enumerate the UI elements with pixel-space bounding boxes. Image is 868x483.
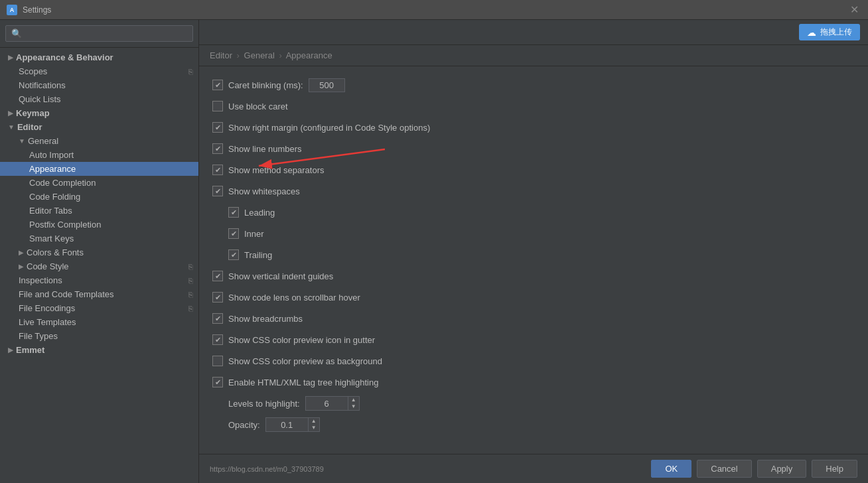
- label-enable-html-xml: Enable HTML/XML tag tree highlighting: [228, 378, 378, 387]
- checkbox-inner[interactable]: ✔: [228, 228, 239, 239]
- cancel-button[interactable]: Cancel: [697, 460, 751, 478]
- sidebar-item-scopes[interactable]: Scopes ⎘: [0, 64, 198, 78]
- sidebar-item-smart-keys[interactable]: Smart Keys: [0, 232, 198, 245]
- collapse-icon: ▼: [8, 123, 15, 131]
- sidebar-item-label: General: [28, 136, 58, 146]
- sidebar-item-file-types[interactable]: File Types: [0, 329, 198, 343]
- levels-input[interactable]: [305, 396, 348, 411]
- breadcrumb-part3: Appearance: [286, 50, 332, 60]
- app-icon: A: [7, 5, 17, 15]
- apply-button[interactable]: Apply: [757, 460, 807, 478]
- sidebar-item-colors-fonts[interactable]: ▶ Colors & Fonts: [0, 245, 198, 259]
- checkbox-show-right-margin[interactable]: ✔: [212, 122, 223, 133]
- sidebar-item-inspections[interactable]: Inspections ⎘: [0, 273, 198, 287]
- setting-caret-blinking: ✔ Caret blinking (ms):: [212, 77, 855, 93]
- sidebar-item-general[interactable]: ▼ General: [0, 134, 198, 148]
- setting-show-breadcrumbs: ✔ Show breadcrumbs: [212, 310, 855, 326]
- label-caret-blinking: Caret blinking (ms):: [228, 80, 303, 90]
- sidebar-item-keymap[interactable]: ▶ Keymap: [0, 106, 198, 120]
- sidebar-item-label: Smart Keys: [29, 234, 74, 243]
- setting-leading: ✔ Leading: [212, 204, 855, 220]
- setting-opacity: Opacity: ▲ ▼: [212, 417, 855, 433]
- opacity-input[interactable]: [265, 417, 309, 432]
- setting-show-method-separators: ✔ Show method separators: [212, 162, 855, 178]
- sidebar-item-auto-import[interactable]: Auto Import: [0, 148, 198, 162]
- label-show-method-separators: Show method separators: [228, 165, 325, 175]
- checkbox-show-line-numbers[interactable]: ✔: [212, 143, 223, 154]
- checkbox-show-vertical-indent[interactable]: ✔: [212, 271, 223, 281]
- setting-show-whitespaces: ✔ Show whitespaces: [212, 183, 855, 199]
- upload-button[interactable]: ☁ 拖拽上传: [799, 24, 860, 40]
- sidebar-item-label: Colors & Fonts: [27, 247, 84, 257]
- copy-icon: ⎘: [188, 291, 193, 299]
- checkbox-show-code-lens[interactable]: ✔: [212, 292, 223, 303]
- opacity-spin-down[interactable]: ▼: [309, 425, 319, 431]
- checkbox-leading[interactable]: ✔: [228, 207, 239, 218]
- sidebar-item-label: Appearance & Behavior: [16, 52, 113, 62]
- opacity-spin-up[interactable]: ▲: [309, 418, 319, 425]
- sidebar-item-label: Scopes: [19, 66, 47, 76]
- sidebar-item-postfix-completion[interactable]: Postfix Completion: [0, 218, 198, 232]
- collapse-icon: ▶: [8, 54, 13, 61]
- checkbox-use-block-caret[interactable]: [212, 101, 223, 111]
- help-button[interactable]: Help: [812, 460, 857, 478]
- collapse-icon: ▶: [19, 249, 24, 256]
- setting-show-line-numbers: ✔ Show line numbers: [212, 141, 855, 157]
- sidebar-item-emmet[interactable]: ▶ Emmet: [0, 343, 198, 357]
- sidebar-item-label: Keymap: [16, 108, 50, 118]
- setting-show-right-margin: ✔ Show right margin (configured in Code …: [212, 119, 855, 135]
- sidebar-item-appearance[interactable]: Appearance: [0, 162, 198, 176]
- window-title: Settings: [23, 5, 847, 15]
- sidebar-item-live-templates[interactable]: Live Templates: [0, 315, 198, 329]
- breadcrumb-arrow1: ›: [237, 50, 240, 60]
- settings-content-wrap: ✔ Caret blinking (ms): Use block caret ✔…: [199, 66, 868, 454]
- checkbox-caret-blinking[interactable]: ✔: [212, 80, 223, 90]
- settings-content: ✔ Caret blinking (ms): Use block caret ✔…: [199, 66, 868, 454]
- sidebar-item-file-encodings[interactable]: File Encodings ⎘: [0, 301, 198, 315]
- sidebar-item-appearance-behavior[interactable]: ▶ Appearance & Behavior: [0, 50, 198, 64]
- label-show-css-color-icon: Show CSS color preview icon in gutter: [228, 335, 375, 345]
- checkbox-enable-html-xml[interactable]: ✔: [212, 377, 223, 387]
- sidebar-item-code-completion[interactable]: Code Completion: [0, 176, 198, 190]
- setting-use-block-caret: Use block caret: [212, 98, 855, 114]
- sidebar-item-notifications[interactable]: Notifications: [0, 78, 198, 92]
- close-button[interactable]: ✕: [847, 3, 861, 16]
- sidebar-item-label: File Types: [19, 331, 58, 341]
- sidebar-item-quick-lists[interactable]: Quick Lists: [0, 92, 198, 106]
- levels-spin-up[interactable]: ▲: [348, 397, 359, 403]
- sidebar-item-label: Auto Import: [29, 150, 74, 160]
- label-inner: Inner: [244, 229, 264, 239]
- sidebar-item-label: Postfix Completion: [29, 220, 101, 230]
- checkbox-show-css-color-bg[interactable]: [212, 356, 223, 366]
- label-opacity: Opacity:: [228, 420, 260, 430]
- sidebar-item-label: Inspections: [19, 275, 62, 285]
- label-use-block-caret: Use block caret: [228, 102, 288, 111]
- collapse-icon: ▶: [8, 109, 13, 117]
- label-show-line-numbers: Show line numbers: [228, 144, 302, 154]
- copy-icon: ⎘: [188, 68, 193, 76]
- breadcrumb: Editor › General › Appearance: [199, 45, 868, 66]
- sidebar-item-file-code-templates[interactable]: File and Code Templates ⎘: [0, 287, 198, 301]
- levels-spin-down[interactable]: ▼: [348, 403, 359, 410]
- checkbox-show-whitespaces[interactable]: ✔: [212, 186, 223, 196]
- sidebar-item-editor[interactable]: ▼ Editor: [0, 120, 198, 134]
- copy-icon: ⎘: [188, 305, 193, 312]
- sidebar-item-code-style[interactable]: ▶ Code Style ⎘: [0, 259, 198, 273]
- checkbox-show-breadcrumbs[interactable]: ✔: [212, 313, 223, 324]
- sidebar-item-label: Editor Tabs: [29, 206, 72, 216]
- ok-button[interactable]: OK: [651, 460, 691, 478]
- checkbox-trailing[interactable]: ✔: [228, 249, 239, 260]
- sidebar-item-label: Quick Lists: [19, 94, 61, 104]
- sidebar-item-label: File Encodings: [19, 303, 75, 313]
- sidebar-item-code-folding[interactable]: Code Folding: [0, 190, 198, 204]
- checkbox-show-method-separators[interactable]: ✔: [212, 165, 223, 175]
- copy-icon: ⎘: [188, 263, 193, 271]
- checkbox-show-css-color-icon[interactable]: ✔: [212, 334, 223, 345]
- breadcrumb-part2: General: [244, 50, 275, 60]
- sidebar-item-editor-tabs[interactable]: Editor Tabs: [0, 204, 198, 218]
- sidebar-item-label: Live Templates: [19, 317, 76, 327]
- opacity-spinner-buttons: ▲ ▼: [309, 417, 320, 432]
- caret-blinking-input[interactable]: [309, 78, 345, 92]
- search-input[interactable]: [5, 25, 193, 42]
- sidebar-item-label: Notifications: [19, 80, 66, 90]
